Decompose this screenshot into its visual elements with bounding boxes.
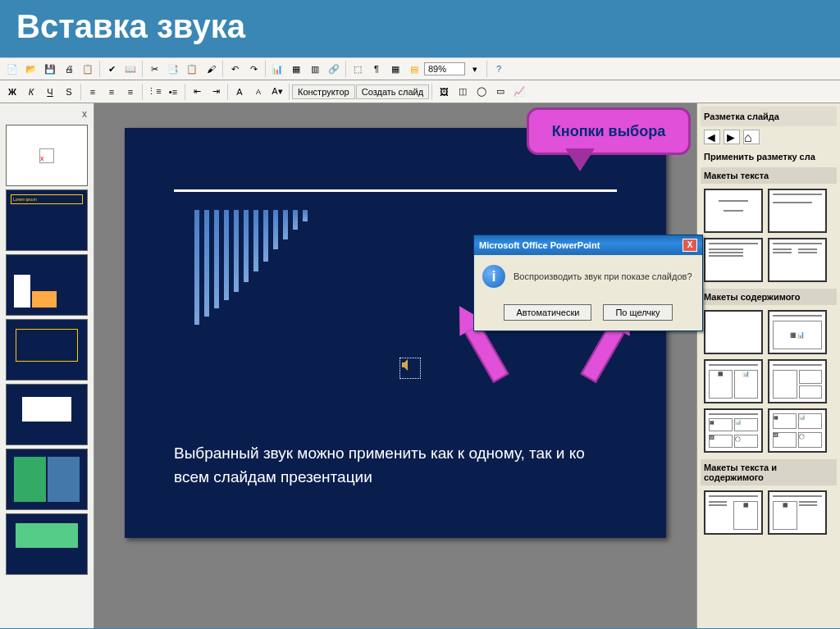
toolbar-main: 📄 📂 💾 🖨 📋 ✔ 📖 ✂ 📑 📋 🖌 ↶ ↷ 📊 ▦ ▥ 🔗 ⬚ ¶ ▦ … <box>0 57 840 80</box>
open-icon[interactable]: 📂 <box>22 60 40 78</box>
layout-content-3[interactable] <box>768 359 827 403</box>
indent-inc-icon[interactable]: ⇥ <box>207 83 225 101</box>
layout-title-body[interactable] <box>768 189 827 233</box>
print-icon[interactable]: 🖨 <box>60 60 78 78</box>
layout-title-only[interactable] <box>704 189 763 233</box>
align-center-icon[interactable]: ≡ <box>103 83 121 101</box>
spellcheck-icon[interactable]: ✔ <box>103 60 121 78</box>
expand-icon[interactable]: ⬚ <box>349 60 367 78</box>
task-pane: Разметка слайда ◄ ► ⌂ Применить разметку… <box>696 103 840 628</box>
slide-body-text: Выбранный звук можно применить как к одн… <box>174 442 600 489</box>
toolbar-format: Ж К Ч S ≡ ≡ ≡ ⋮≡ •≡ ⇤ ⇥ A A A▾ Конструкт… <box>0 80 840 103</box>
task-pane-header: Разметка слайда <box>701 107 837 126</box>
callout-text: Кнопки выбора <box>552 123 665 140</box>
slide-bars-graphic <box>194 210 308 325</box>
callout-box: Кнопки выбора <box>527 107 691 155</box>
thumb-slide-5[interactable] <box>6 384 88 445</box>
bullet-list-icon[interactable]: •≡ <box>164 83 182 101</box>
layout-content[interactable]: ▦📊 <box>768 310 827 354</box>
dialog-close-button[interactable]: X <box>682 239 697 252</box>
insert-chart-icon[interactable]: 📈 <box>510 83 528 101</box>
slide-divider <box>174 189 617 192</box>
dialog-click-button[interactable]: По щелчку <box>603 304 672 321</box>
align-left-icon[interactable]: ≡ <box>84 83 102 101</box>
link-icon[interactable]: 🔗 <box>325 60 343 78</box>
sound-dialog: Microsoft Office PowerPoint X i Воспроиз… <box>473 235 703 331</box>
grid-icon[interactable]: ▦ <box>386 60 404 78</box>
insert-shape-icon[interactable]: ◯ <box>472 83 491 101</box>
italic-icon[interactable]: К <box>22 83 40 101</box>
save-icon[interactable]: 💾 <box>41 60 59 78</box>
research-icon[interactable]: 📖 <box>121 60 139 78</box>
chart-icon[interactable]: 📊 <box>268 60 286 78</box>
tables-borders-icon[interactable]: ▥ <box>306 60 324 78</box>
task-pane-apply-label: Применить разметку сла <box>701 148 837 166</box>
table-icon[interactable]: ▦ <box>287 60 305 78</box>
layout-content-5[interactable]: ▦📊🖼◯ <box>768 408 827 453</box>
preview-icon[interactable]: 📋 <box>79 60 97 78</box>
thumbnails-panel: x x Lorem ipsum <box>0 103 94 628</box>
font-size-up-icon[interactable]: A <box>231 83 249 101</box>
dialog-message: Воспроизводить звук при показе слайдов? <box>514 271 692 281</box>
dialog-title-text: Microsoft Office PowerPoint <box>479 240 600 250</box>
layout-content-2[interactable]: ▦📊 <box>704 359 763 403</box>
color-icon[interactable]: ▤ <box>405 60 423 78</box>
workspace: x x Lorem ipsum Выбранный звук можно при… <box>0 103 840 628</box>
font-size-down-icon[interactable]: A <box>249 83 267 101</box>
paste-icon[interactable]: 📋 <box>183 60 201 78</box>
section-content-layouts: Макеты содержимого <box>701 289 837 305</box>
sound-object[interactable] <box>399 358 421 379</box>
zoom-dropdown-icon[interactable]: ▾ <box>466 60 484 78</box>
layout-content-4[interactable]: ▦📊🖼◯ <box>704 408 763 453</box>
insert-textbox-icon[interactable]: ▭ <box>491 83 509 101</box>
dialog-auto-button[interactable]: Автоматически <box>504 304 591 321</box>
insert-pic-icon[interactable]: 🖼 <box>435 83 453 101</box>
zoom-input[interactable] <box>424 62 465 75</box>
dialog-titlebar: Microsoft Office PowerPoint X <box>474 235 702 255</box>
shadow-icon[interactable]: S <box>60 83 78 101</box>
current-slide[interactable]: Выбранный звук можно применить как к одн… <box>125 128 666 538</box>
font-color-icon[interactable]: A▾ <box>268 83 286 101</box>
thumb-slide-7[interactable] <box>6 513 88 575</box>
layout-two-col[interactable] <box>768 238 827 282</box>
format-painter-icon[interactable]: 🖌 <box>202 60 220 78</box>
info-icon: i <box>482 265 505 288</box>
layout-blank[interactable] <box>704 310 763 354</box>
layout-bullets[interactable] <box>704 238 763 282</box>
designer-button[interactable]: Конструктор <box>292 84 355 99</box>
numbered-list-icon[interactable]: ⋮≡ <box>145 83 163 101</box>
speaker-icon <box>400 358 413 371</box>
page-title-bar: Вставка звука <box>0 0 840 57</box>
thumb-slide-1[interactable]: x <box>6 125 88 186</box>
insert-diagram-icon[interactable]: ◫ <box>454 83 472 101</box>
thumb-slide-4[interactable] <box>6 319 88 381</box>
section-combo-layouts: Макеты текста и содержимого <box>701 459 837 485</box>
new-slide-button[interactable]: Создать слайд <box>356 84 429 99</box>
callout-tail <box>568 151 591 171</box>
bold-icon[interactable]: Ж <box>3 83 21 101</box>
thumbs-close-button[interactable]: x <box>3 107 90 121</box>
underline-icon[interactable]: Ч <box>41 83 59 101</box>
section-text-layouts: Макеты текста <box>701 167 837 184</box>
layout-combo-2[interactable]: ▦ <box>768 490 827 535</box>
show-marks-icon[interactable]: ¶ <box>368 60 386 78</box>
task-pane-fwd-icon[interactable]: ► <box>724 130 740 144</box>
thumb-slide-2[interactable]: Lorem ipsum <box>6 189 88 251</box>
new-doc-icon[interactable]: 📄 <box>3 60 21 78</box>
task-pane-back-icon[interactable]: ◄ <box>704 130 720 144</box>
indent-dec-icon[interactable]: ⇤ <box>188 83 206 101</box>
undo-icon[interactable]: ↶ <box>226 60 244 78</box>
thumb-slide-6[interactable] <box>6 449 88 510</box>
task-pane-home-icon[interactable]: ⌂ <box>743 130 760 144</box>
thumb-slide-3[interactable] <box>6 254 88 316</box>
align-right-icon[interactable]: ≡ <box>121 83 139 101</box>
copy-icon[interactable]: 📑 <box>164 60 182 78</box>
slide-editor-area: Выбранный звук можно применить как к одн… <box>94 103 696 628</box>
help-icon[interactable]: ? <box>490 60 508 78</box>
layout-combo-1[interactable]: ▦ <box>704 490 763 535</box>
page-title: Вставка звука <box>16 8 824 45</box>
cut-icon[interactable]: ✂ <box>145 60 163 78</box>
redo-icon[interactable]: ↷ <box>244 60 262 78</box>
